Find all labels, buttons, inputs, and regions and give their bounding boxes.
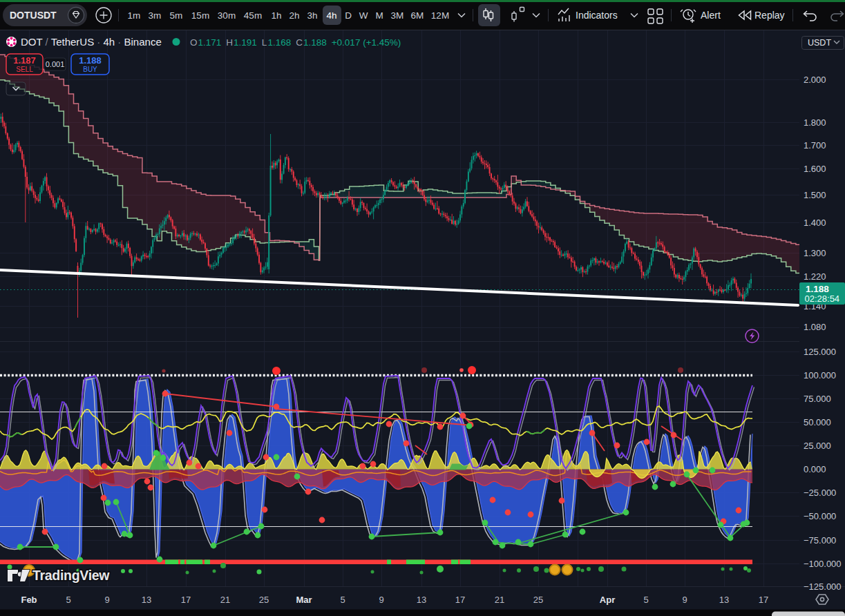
svg-text:DOTUSDT: DOTUSDT bbox=[10, 10, 57, 21]
svg-text:5: 5 bbox=[66, 595, 70, 605]
svg-text:100.000: 100.000 bbox=[804, 370, 836, 381]
svg-text:1.700: 1.700 bbox=[804, 140, 826, 151]
svg-text:25.000: 25.000 bbox=[804, 441, 831, 451]
svg-text:1h: 1h bbox=[271, 10, 281, 21]
svg-text:3M: 3M bbox=[391, 10, 404, 21]
svg-text:45m: 45m bbox=[244, 10, 262, 21]
svg-text:0.001: 0.001 bbox=[46, 60, 65, 68]
svg-text:9: 9 bbox=[379, 595, 383, 605]
svg-text:75.000: 75.000 bbox=[804, 394, 831, 404]
svg-text:17: 17 bbox=[181, 595, 191, 605]
svg-text:SELL: SELL bbox=[16, 66, 33, 73]
svg-text:17: 17 bbox=[759, 595, 768, 605]
svg-text:0.000: 0.000 bbox=[804, 464, 826, 474]
svg-text:5m: 5m bbox=[170, 10, 183, 21]
svg-text:1.600: 1.600 bbox=[804, 164, 826, 174]
svg-text:9: 9 bbox=[682, 595, 687, 605]
svg-text:1m: 1m bbox=[128, 10, 141, 21]
svg-text:1.080: 1.080 bbox=[804, 322, 826, 332]
svg-text:D: D bbox=[345, 10, 352, 21]
svg-text:DOT / TetherUS · 4h · Binance: DOT / TetherUS · 4h · Binance bbox=[21, 36, 162, 48]
svg-text:25: 25 bbox=[533, 595, 543, 605]
svg-text:1.300: 1.300 bbox=[804, 248, 826, 258]
svg-text:Feb: Feb bbox=[21, 595, 37, 605]
svg-text:−100.000: −100.000 bbox=[804, 559, 842, 569]
svg-text:1.220: 1.220 bbox=[804, 271, 826, 282]
svg-text:Alert: Alert bbox=[701, 10, 721, 21]
svg-text:USDT: USDT bbox=[808, 38, 831, 48]
svg-text:13: 13 bbox=[719, 595, 729, 605]
svg-text:TradingView: TradingView bbox=[32, 568, 110, 583]
svg-text:02:28:54: 02:28:54 bbox=[805, 293, 840, 304]
svg-text:1.500: 1.500 bbox=[804, 190, 826, 200]
svg-text:15m: 15m bbox=[191, 10, 209, 21]
svg-text:−125.000: −125.000 bbox=[804, 581, 842, 592]
svg-text:W: W bbox=[359, 10, 368, 21]
svg-text:3h: 3h bbox=[307, 10, 317, 21]
svg-text:−50.000: −50.000 bbox=[804, 511, 836, 521]
svg-text:13: 13 bbox=[142, 595, 151, 605]
svg-text:3m: 3m bbox=[149, 10, 162, 21]
svg-text:Replay: Replay bbox=[754, 10, 785, 21]
svg-text:5: 5 bbox=[340, 595, 345, 605]
svg-text:13: 13 bbox=[417, 595, 426, 605]
svg-text:6M: 6M bbox=[411, 10, 424, 21]
svg-text:30m: 30m bbox=[218, 10, 236, 21]
svg-text:4h: 4h bbox=[326, 10, 336, 21]
svg-text:2h: 2h bbox=[289, 10, 299, 21]
svg-text:9: 9 bbox=[104, 595, 109, 605]
svg-text:BUY: BUY bbox=[83, 66, 97, 73]
svg-text:17: 17 bbox=[455, 595, 465, 605]
svg-text:125.000: 125.000 bbox=[804, 347, 836, 357]
svg-text:2.000: 2.000 bbox=[804, 75, 826, 85]
svg-text:−75.000: −75.000 bbox=[804, 535, 836, 546]
svg-text:5: 5 bbox=[643, 595, 648, 605]
svg-text:21: 21 bbox=[220, 595, 230, 605]
svg-text:M: M bbox=[375, 10, 383, 21]
svg-text:−25.000: −25.000 bbox=[804, 488, 836, 498]
svg-text:Indicators: Indicators bbox=[576, 10, 618, 21]
svg-text:1.187: 1.187 bbox=[13, 55, 36, 66]
svg-text:Apr: Apr bbox=[600, 595, 615, 605]
svg-text:25: 25 bbox=[259, 595, 269, 605]
svg-text:1.800: 1.800 bbox=[804, 117, 826, 128]
svg-text:50.000: 50.000 bbox=[804, 417, 831, 427]
svg-text:Mar: Mar bbox=[296, 595, 312, 605]
svg-text:1.400: 1.400 bbox=[804, 218, 826, 228]
svg-text:1.188: 1.188 bbox=[806, 284, 829, 294]
svg-text:21: 21 bbox=[495, 595, 504, 605]
svg-text:1.188: 1.188 bbox=[79, 55, 102, 66]
svg-text:12M: 12M bbox=[431, 10, 449, 21]
